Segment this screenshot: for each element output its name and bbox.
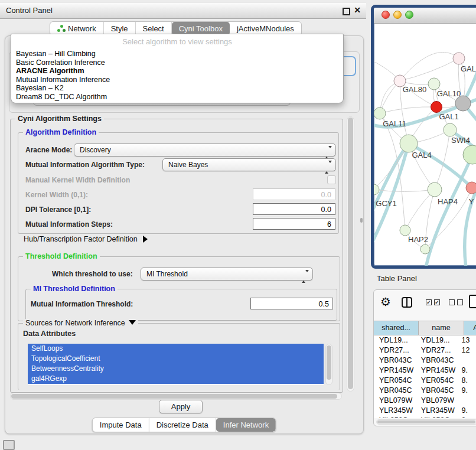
table-cell[interactable]: YBR045C [374, 386, 416, 396]
table-cell[interactable]: YER054C [374, 376, 416, 386]
table-cell[interactable]: YIL052C [416, 416, 458, 418]
data-attributes-list[interactable]: SelfLoopsTopologicalCoefficientBetweenne… [28, 344, 324, 385]
network-edge[interactable] [400, 58, 459, 81]
network-edge[interactable] [405, 190, 435, 230]
algorithm-option-aracne-algorithm[interactable]: ARACNE Algorithm [11, 67, 343, 76]
table-row[interactable]: YBR043CYBR043C [374, 356, 476, 366]
node-swi4[interactable] [444, 123, 457, 136]
settings-hscroll-thumb[interactable] [11, 394, 337, 399]
node-node-salmon[interactable] [466, 182, 476, 194]
gear-icon[interactable]: ⚙ [380, 296, 391, 308]
table-hscroll-thumb[interactable] [377, 420, 475, 423]
deselect-all-columns-icon[interactable] [449, 299, 463, 305]
minimize-traffic-light[interactable] [393, 11, 402, 19]
table-cell[interactable]: 9. [458, 366, 476, 376]
table-row[interactable]: YDL19...YDL19...13 [374, 335, 476, 345]
mi-steps-field[interactable]: 6 [253, 218, 335, 230]
algorithm-option-bayesian-hill-climbing[interactable]: Bayesian – Hill Climbing [11, 50, 343, 58]
split-columns-icon[interactable] [402, 297, 412, 308]
tab-impute-data[interactable]: Impute Data [93, 418, 149, 432]
network-view-window[interactable]: GALGAL80GAL10GAL1GAL11SWI4GAL4GCY1HAP4YH… [371, 5, 476, 269]
column-header-shared[interactable]: shared... [374, 321, 419, 335]
algorithm-option-dream8-dc-tdc-algorithm[interactable]: Dream8 DC_TDC Algorithm [11, 93, 343, 102]
table-row[interactable]: YPR145WYPR145W9. [374, 366, 476, 376]
hub-transcription-factor-section[interactable]: Hub/Transcription Factor Definition [24, 235, 148, 243]
document-icon[interactable] [469, 295, 476, 308]
close-icon[interactable]: ✕ [354, 5, 361, 15]
node-gal1[interactable] [431, 102, 442, 113]
table-row[interactable]: YER054CYER054C8. [374, 376, 476, 386]
kernel-width-field[interactable]: 0.0 [253, 188, 335, 200]
network-graph[interactable]: GALGAL80GAL10GAL1GAL11SWI4GAL4GCY1HAP4YH… [374, 23, 476, 266]
table-row[interactable]: YBL079WYBL079W [374, 396, 476, 406]
settings-vertical-scrollbar[interactable] [347, 116, 354, 392]
zoom-traffic-light[interactable] [405, 11, 413, 19]
column-header-a[interactable]: A [464, 321, 476, 335]
table-cell[interactable] [458, 396, 476, 406]
node-gal11[interactable] [374, 107, 386, 119]
table-cell[interactable]: YBL079W [416, 396, 458, 406]
table-cell[interactable]: YBR043C [374, 356, 416, 366]
table-cell[interactable]: YDL19... [416, 335, 458, 345]
table-cell[interactable] [458, 356, 476, 366]
float-window-icon[interactable] [343, 8, 350, 15]
table-cell[interactable]: YDL19... [374, 335, 416, 345]
table-cell[interactable]: 12 [458, 345, 476, 356]
table-cell[interactable]: 9. [458, 406, 476, 416]
table-horizontal-scrollbar[interactable] [376, 419, 476, 425]
select-all-columns-icon[interactable]: ✓✓ [426, 299, 440, 305]
which-threshold-combo[interactable]: MI Threshold [141, 268, 313, 281]
table-cell[interactable]: YDR27... [416, 345, 458, 356]
network-edge[interactable] [400, 52, 459, 81]
mi-threshold-field[interactable]: 0.5 [250, 298, 333, 309]
attribute-item-gal4rgexp[interactable]: gal4RGexp [28, 374, 324, 384]
column-header-name[interactable]: name [419, 321, 464, 335]
network-canvas[interactable]: GALGAL80GAL10GAL1GAL11SWI4GAL4GCY1HAP4YH… [374, 23, 476, 266]
node-gcy1[interactable] [374, 184, 379, 195]
close-traffic-light[interactable] [382, 11, 390, 19]
node-hap2[interactable] [400, 225, 410, 236]
node-gal10[interactable] [428, 78, 440, 90]
table-cell[interactable]: YBR043C [416, 356, 458, 366]
table-row[interactable]: YIL052CYIL052C9 [374, 416, 476, 418]
table-cell[interactable]: YBL079W [374, 396, 416, 406]
table-cell[interactable]: 9. [458, 386, 476, 396]
table-cell[interactable]: YPR145W [416, 366, 458, 376]
node-node-bottom[interactable] [420, 244, 430, 254]
node-node-green-large[interactable] [463, 145, 476, 164]
node-hap4[interactable] [428, 182, 442, 197]
mi-algorithm-type-combo[interactable]: Naive Bayes [162, 158, 336, 171]
table-cell[interactable]: YIL052C [374, 416, 416, 418]
table-cell[interactable]: YLR345W [416, 406, 458, 416]
algorithm-option-bayesian-k2[interactable]: Bayesian – K2 [11, 84, 343, 93]
split-pane-handle[interactable] [360, 218, 363, 223]
table-row[interactable]: YLR345WYLR345W9. [374, 406, 476, 416]
node-node-top-pink[interactable] [453, 53, 465, 64]
table-cell[interactable]: YDR27... [374, 345, 416, 356]
attributes-list-scrollbar[interactable] [325, 344, 332, 385]
table-cell[interactable]: 13 [458, 335, 476, 345]
manual-kernel-checkbox[interactable] [327, 175, 336, 184]
settings-vscroll-thumb[interactable] [348, 118, 353, 389]
table-row[interactable]: YDR27...YDR27...12 [374, 345, 476, 356]
table-cell[interactable]: 9 [458, 416, 476, 418]
attribute-item-betweennesscentrality[interactable]: BetweennessCentrality [28, 364, 324, 374]
settings-horizontal-scrollbar[interactable] [10, 393, 342, 400]
table-cell[interactable]: YPR145W [374, 366, 416, 376]
attribute-item-topologicalcoefficient[interactable]: TopologicalCoefficient [28, 354, 324, 364]
dpi-tolerance-field[interactable]: 0.0 [253, 203, 335, 215]
node-gal4[interactable] [400, 135, 418, 152]
table-cell[interactable]: YER054C [416, 376, 458, 386]
algorithm-option-basic-correlation-inference[interactable]: Basic Correlation Inference [11, 58, 343, 67]
aracne-mode-combo[interactable]: Discovery [74, 144, 336, 156]
sources-title[interactable]: Sources for Network Inference [23, 319, 138, 327]
table-cell[interactable]: YBR045C [416, 386, 458, 396]
table-cell[interactable]: 8. [458, 376, 476, 386]
tab-discretize-data[interactable]: Discretize Data [149, 418, 216, 432]
attributes-scroll-thumb[interactable] [327, 345, 331, 380]
network-edge[interactable] [380, 107, 436, 113]
minimized-panel-icon[interactable] [3, 440, 15, 450]
apply-button[interactable]: Apply [159, 400, 203, 413]
tab-infer-network[interactable]: Infer Network [216, 418, 276, 432]
table-cell[interactable]: YLR345W [374, 406, 416, 416]
